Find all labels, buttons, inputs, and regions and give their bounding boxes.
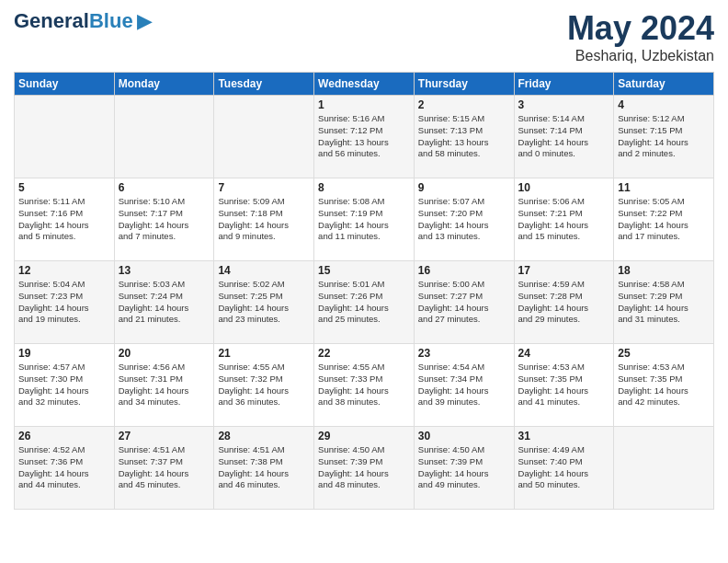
- calendar-cell: 31Sunrise: 4:49 AMSunset: 7:40 PMDayligh…: [514, 427, 614, 510]
- calendar-cell: 22Sunrise: 4:55 AMSunset: 7:33 PMDayligh…: [314, 344, 415, 427]
- col-friday: Friday: [514, 73, 614, 96]
- logo-bird-icon: ▶: [137, 9, 153, 33]
- day-number: 9: [418, 181, 510, 194]
- cell-content: Sunrise: 5:11 AMSunset: 7:16 PMDaylight:…: [18, 196, 110, 243]
- cell-content: Sunrise: 5:07 AMSunset: 7:20 PMDaylight:…: [418, 196, 510, 243]
- cell-content: Sunrise: 5:08 AMSunset: 7:19 PMDaylight:…: [318, 196, 410, 243]
- calendar-cell: 21Sunrise: 4:55 AMSunset: 7:32 PMDayligh…: [214, 344, 314, 427]
- day-number: 12: [18, 264, 110, 277]
- cell-content: Sunrise: 4:50 AMSunset: 7:39 PMDaylight:…: [418, 444, 510, 491]
- calendar-cell: 15Sunrise: 5:01 AMSunset: 7:26 PMDayligh…: [314, 261, 415, 344]
- cell-content: Sunrise: 5:16 AMSunset: 7:12 PMDaylight:…: [318, 113, 410, 160]
- day-number: 28: [218, 430, 310, 442]
- month-year-title: May 2024: [567, 9, 714, 48]
- day-number: 11: [618, 181, 710, 194]
- calendar-cell: 18Sunrise: 4:58 AMSunset: 7:29 PMDayligh…: [614, 261, 714, 344]
- calendar-cell: 6Sunrise: 5:10 AMSunset: 7:17 PMDaylight…: [114, 178, 214, 261]
- day-number: 24: [518, 347, 610, 360]
- col-wednesday: Wednesday: [314, 73, 415, 96]
- cell-content: Sunrise: 5:10 AMSunset: 7:17 PMDaylight:…: [119, 196, 210, 243]
- calendar-cell: [114, 96, 214, 178]
- cell-content: Sunrise: 4:56 AMSunset: 7:31 PMDaylight:…: [119, 362, 210, 408]
- day-number: 31: [518, 430, 610, 442]
- logo: GeneralBlue ▶: [14, 9, 153, 33]
- cell-content: Sunrise: 5:02 AMSunset: 7:25 PMDaylight:…: [218, 279, 310, 326]
- day-number: 14: [218, 264, 310, 277]
- day-number: 19: [18, 347, 110, 360]
- cell-content: Sunrise: 4:51 AMSunset: 7:37 PMDaylight:…: [119, 444, 210, 491]
- col-tuesday: Tuesday: [214, 73, 314, 96]
- day-number: 22: [318, 347, 410, 360]
- cell-content: Sunrise: 4:58 AMSunset: 7:29 PMDaylight:…: [618, 279, 710, 326]
- calendar-cell: 2Sunrise: 5:15 AMSunset: 7:13 PMDaylight…: [414, 96, 514, 178]
- calendar-week-row-1: 1Sunrise: 5:16 AMSunset: 7:12 PMDaylight…: [15, 96, 714, 178]
- calendar-cell: 23Sunrise: 4:54 AMSunset: 7:34 PMDayligh…: [414, 344, 514, 427]
- col-saturday: Saturday: [614, 73, 714, 96]
- day-number: 30: [418, 430, 510, 442]
- day-number: 8: [318, 181, 410, 194]
- day-number: 5: [18, 181, 110, 194]
- cell-content: Sunrise: 5:12 AMSunset: 7:15 PMDaylight:…: [618, 113, 710, 160]
- calendar-cell: [614, 427, 714, 510]
- cell-content: Sunrise: 5:06 AMSunset: 7:21 PMDaylight:…: [518, 196, 610, 243]
- cell-content: Sunrise: 4:53 AMSunset: 7:35 PMDaylight:…: [618, 362, 710, 408]
- calendar-week-row-4: 19Sunrise: 4:57 AMSunset: 7:30 PMDayligh…: [15, 344, 714, 427]
- calendar-cell: 3Sunrise: 5:14 AMSunset: 7:14 PMDaylight…: [514, 96, 614, 178]
- cell-content: Sunrise: 4:51 AMSunset: 7:38 PMDaylight:…: [218, 444, 310, 491]
- day-number: 17: [518, 264, 610, 277]
- calendar-cell: 11Sunrise: 5:05 AMSunset: 7:22 PMDayligh…: [614, 178, 714, 261]
- calendar-cell: 4Sunrise: 5:12 AMSunset: 7:15 PMDaylight…: [614, 96, 714, 178]
- calendar-cell: 27Sunrise: 4:51 AMSunset: 7:37 PMDayligh…: [114, 427, 214, 510]
- calendar-cell: 24Sunrise: 4:53 AMSunset: 7:35 PMDayligh…: [514, 344, 614, 427]
- cell-content: Sunrise: 4:49 AMSunset: 7:40 PMDaylight:…: [518, 444, 610, 491]
- day-number: 21: [218, 347, 310, 360]
- day-number: 15: [318, 264, 410, 277]
- calendar-cell: 8Sunrise: 5:08 AMSunset: 7:19 PMDaylight…: [314, 178, 415, 261]
- cell-content: Sunrise: 4:57 AMSunset: 7:30 PMDaylight:…: [18, 362, 110, 408]
- calendar-cell: [214, 96, 314, 178]
- calendar-week-row-5: 26Sunrise: 4:52 AMSunset: 7:36 PMDayligh…: [15, 427, 714, 510]
- calendar-header-row: Sunday Monday Tuesday Wednesday Thursday…: [15, 73, 714, 96]
- day-number: 3: [518, 98, 610, 111]
- cell-content: Sunrise: 5:00 AMSunset: 7:27 PMDaylight:…: [418, 279, 510, 326]
- main-container: GeneralBlue ▶ May 2024 Beshariq, Uzbekis…: [0, 0, 728, 523]
- day-number: 20: [119, 347, 210, 360]
- cell-content: Sunrise: 5:03 AMSunset: 7:24 PMDaylight:…: [119, 279, 210, 326]
- cell-content: Sunrise: 5:14 AMSunset: 7:14 PMDaylight:…: [518, 113, 610, 160]
- calendar-cell: 1Sunrise: 5:16 AMSunset: 7:12 PMDaylight…: [314, 96, 415, 178]
- header: GeneralBlue ▶ May 2024 Beshariq, Uzbekis…: [14, 9, 714, 64]
- calendar-week-row-2: 5Sunrise: 5:11 AMSunset: 7:16 PMDaylight…: [15, 178, 714, 261]
- cell-content: Sunrise: 4:54 AMSunset: 7:34 PMDaylight:…: [418, 362, 510, 408]
- cell-content: Sunrise: 5:09 AMSunset: 7:18 PMDaylight:…: [218, 196, 310, 243]
- calendar-cell: 29Sunrise: 4:50 AMSunset: 7:39 PMDayligh…: [314, 427, 415, 510]
- day-number: 7: [218, 181, 310, 194]
- cell-content: Sunrise: 4:52 AMSunset: 7:36 PMDaylight:…: [18, 444, 110, 491]
- calendar-cell: 25Sunrise: 4:53 AMSunset: 7:35 PMDayligh…: [614, 344, 714, 427]
- location-subtitle: Beshariq, Uzbekistan: [567, 48, 714, 64]
- day-number: 29: [318, 430, 410, 442]
- logo-text: GeneralBlue: [14, 10, 133, 32]
- calendar-cell: 13Sunrise: 5:03 AMSunset: 7:24 PMDayligh…: [114, 261, 214, 344]
- day-number: 1: [318, 98, 410, 111]
- cell-content: Sunrise: 5:15 AMSunset: 7:13 PMDaylight:…: [418, 113, 510, 160]
- calendar-cell: 30Sunrise: 4:50 AMSunset: 7:39 PMDayligh…: [414, 427, 514, 510]
- day-number: 13: [119, 264, 210, 277]
- cell-content: Sunrise: 5:04 AMSunset: 7:23 PMDaylight:…: [18, 279, 110, 326]
- col-monday: Monday: [114, 73, 214, 96]
- calendar-cell: 20Sunrise: 4:56 AMSunset: 7:31 PMDayligh…: [114, 344, 214, 427]
- calendar-cell: [15, 96, 115, 178]
- calendar-cell: 10Sunrise: 5:06 AMSunset: 7:21 PMDayligh…: [514, 178, 614, 261]
- day-number: 4: [618, 98, 710, 111]
- day-number: 2: [418, 98, 510, 111]
- day-number: 18: [618, 264, 710, 277]
- day-number: 27: [119, 430, 210, 442]
- cell-content: Sunrise: 4:55 AMSunset: 7:33 PMDaylight:…: [318, 362, 410, 408]
- day-number: 6: [119, 181, 210, 194]
- title-block: May 2024 Beshariq, Uzbekistan: [567, 9, 714, 64]
- day-number: 16: [418, 264, 510, 277]
- day-number: 23: [418, 347, 510, 360]
- day-number: 25: [618, 347, 710, 360]
- calendar-cell: 5Sunrise: 5:11 AMSunset: 7:16 PMDaylight…: [15, 178, 115, 261]
- calendar-week-row-3: 12Sunrise: 5:04 AMSunset: 7:23 PMDayligh…: [15, 261, 714, 344]
- cell-content: Sunrise: 4:59 AMSunset: 7:28 PMDaylight:…: [518, 279, 610, 326]
